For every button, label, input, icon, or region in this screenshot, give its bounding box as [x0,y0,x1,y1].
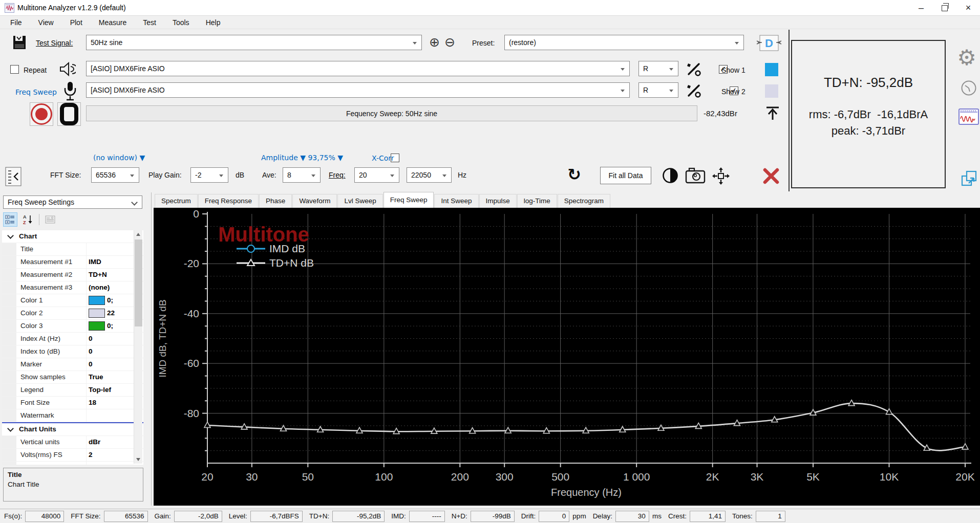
menu-item-test[interactable]: Test [143,18,156,27]
input-settings-wrench-icon[interactable] [687,83,701,98]
scroll-up-icon[interactable] [136,233,140,236]
show2-color-swatch[interactable] [765,84,778,98]
menu-item-view[interactable]: View [38,18,54,27]
property-grid-scrollbar[interactable] [134,230,142,464]
freq-unit: Hz [458,171,466,179]
property-row[interactable]: Color 10; [2,294,143,307]
speaker-icon[interactable] [57,60,76,78]
restore-button[interactable] [933,0,956,16]
test-signal-select[interactable]: 50Hz sine [86,35,422,50]
move-to-top-icon[interactable] [764,105,781,122]
property-row[interactable]: LegendTop-lef [2,384,143,397]
property-category[interactable]: Chart Units [2,422,143,436]
chevron-down-icon [7,232,14,239]
property-row[interactable]: Title [2,243,143,256]
property-row[interactable]: Show samplesTrue [2,371,143,384]
property-row[interactable]: Measurement #2TD+N [2,269,143,281]
close-button[interactable]: × [956,0,980,16]
pan-icon[interactable] [712,167,730,185]
color-swatch [89,309,105,318]
record-button[interactable] [30,102,53,126]
property-category[interactable]: Chart [2,230,143,243]
menu-item-help[interactable]: Help [206,18,221,27]
ave-select[interactable]: 8 [283,167,321,183]
property-row[interactable]: Measurement #3(none) [2,281,143,294]
output-device-select[interactable]: [ASIO] DMX6Fire ASIO [86,61,630,76]
delete-icon[interactable] [762,167,780,185]
repeat-checkbox[interactable] [10,65,19,74]
freq-from-select[interactable]: 20 [354,167,399,183]
microphone-icon[interactable] [62,81,78,101]
settings-panel-select[interactable]: Freq Sweep Settings [3,195,142,209]
property-row[interactable]: Index At (Hz)0 [2,333,143,345]
amplitude-link[interactable]: Amplitude ▼ 93,75% ▼ [261,154,343,162]
contrast-icon[interactable] [662,167,679,184]
clock-icon[interactable] [961,80,977,96]
collapse-sidebar-icon[interactable] [5,167,22,186]
property-row[interactable]: Marker0 [2,358,143,371]
property-row[interactable]: Color 30; [2,320,143,333]
property-row[interactable]: Watermark [2,409,143,422]
menu-item-file[interactable]: File [10,18,22,27]
output-settings-wrench-icon[interactable] [687,62,701,76]
tab-lvl-sweep[interactable]: Lvl Sweep [337,194,382,208]
play-gain-select[interactable]: -2 [190,167,228,183]
tab-impulse[interactable]: Impulse [479,194,517,208]
tab-phase[interactable]: Phase [259,194,292,208]
status-field: N+D:-99dB [452,511,515,522]
tab-waveform[interactable]: Waveform [292,194,337,208]
waveform-monitor-icon[interactable] [958,108,979,125]
property-row[interactable]: Font Size18 [2,397,143,409]
property-row[interactable]: Volts(rms) FS2 [2,449,143,462]
rms-readout: rms: -6,7dBr -16,1dBrA [809,108,928,121]
output-channel-select[interactable]: R [638,61,678,76]
property-row[interactable]: Color 222 [2,307,143,320]
property-row[interactable]: Measurement #1IMD [2,256,143,269]
menu-item-tools[interactable]: Tools [173,18,189,27]
fft-window-link[interactable]: (no window) ▼ [93,154,145,162]
tab-freq-sweep[interactable]: Freq Sweep [384,192,434,208]
chart-panel[interactable]: 0-20-40-60-802030501002003005001 0002K3K… [154,208,980,506]
freq-to-select[interactable]: 22050 [407,167,452,183]
input-device-select[interactable]: [ASIO] DMX6Fire ASIO [86,82,630,98]
status-field: Delay:30ms [593,511,662,522]
property-row[interactable]: Index to (dB)0 [2,345,143,358]
load-signal-icon[interactable] [12,35,28,50]
play-gain-label: Play Gain: [148,171,182,179]
tab-spectrogram[interactable]: Spectrogram [558,194,610,208]
fit-all-data-button[interactable]: Fit all Data [600,167,651,184]
add-signal-button[interactable]: ⊕ [429,35,440,50]
categorized-view-button[interactable] [3,212,17,227]
camera-icon[interactable] [685,167,706,184]
property-row[interactable]: Resistance (Ohms)8 [2,462,143,465]
menu-item-plot[interactable]: Plot [70,18,82,27]
scrollbar-thumb[interactable] [135,239,142,326]
input-channel-select[interactable]: R [638,82,678,98]
remove-signal-button[interactable]: ⊖ [444,35,455,50]
refresh-icon[interactable]: ↻ [567,165,581,184]
pop-out-icon[interactable] [961,170,978,187]
svg-text:Frequency (Hz): Frequency (Hz) [551,487,622,498]
test-signal-label[interactable]: Test Signal: [36,39,73,47]
preset-select[interactable]: (restore) [504,35,744,50]
menu-item-measure[interactable]: Measure [99,18,126,27]
property-row[interactable]: Vertical unitsdBr [2,436,143,449]
stop-button[interactable] [57,102,81,126]
tab-spectrum[interactable]: Spectrum [155,194,198,208]
distortion-icon[interactable]: D [756,33,782,53]
settings-gear-icon[interactable]: ⚙ [955,45,978,70]
chevron-down-icon [735,42,739,45]
chevron-down-icon [442,175,446,177]
alphabetical-sort-button[interactable]: A Z [22,213,35,226]
minimize-button[interactable]: – [909,0,933,16]
tab-freq-response[interactable]: Freq Response [198,194,259,208]
ave-label: Ave: [262,171,276,179]
fft-size-select[interactable]: 65536 [91,167,139,183]
tab-int-sweep[interactable]: Int Sweep [434,194,478,208]
scroll-down-icon[interactable] [136,458,140,461]
tab-log-time[interactable]: log-Time [517,194,557,208]
freq-sweep-link[interactable]: Freq Sweep [15,88,57,96]
show1-color-swatch[interactable] [765,63,778,76]
chevron-down-icon [130,175,134,177]
freq-label[interactable]: Freq: [329,171,346,179]
